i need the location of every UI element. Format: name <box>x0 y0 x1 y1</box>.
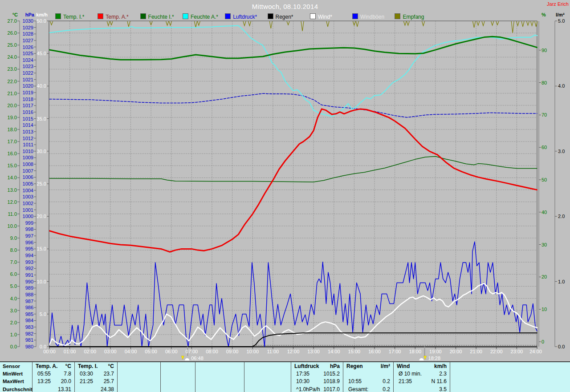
y-tick-label-hpa: 1028 <box>17 32 33 36</box>
table-cell-time: 10:55 <box>348 378 362 385</box>
y-tick-label-kmh: 45.0 <box>30 51 46 56</box>
x-tick-label: 03:00 <box>102 349 119 354</box>
y-tick-label-hpa: 993 <box>17 260 33 265</box>
y-tick-label-tempC: 10.0 <box>1 224 17 229</box>
y-tick-label-pct: 60 <box>542 145 559 150</box>
table-row-label: MinWert <box>0 370 32 378</box>
table-row <box>244 386 291 392</box>
y-tick-label-pct: 30 <box>542 242 559 247</box>
table-header-row: LuftdruckhPa <box>291 363 343 370</box>
empfang-tick-icon <box>526 21 529 25</box>
x-tick-label: 18:00 <box>406 349 424 354</box>
table-cell-time: Ø 10 min. <box>399 370 422 378</box>
y-tick-label-tempC: 7.0 <box>1 260 17 265</box>
y-tick-label-hpa: 1014 <box>17 123 33 128</box>
y-tick-label-kmh: 15.0 <box>30 247 46 251</box>
y-tick-label-kmh: 5.0 <box>30 312 46 317</box>
y-tick-label-pct: 50 <box>542 178 559 182</box>
y-tick-label-hpa: 1001 <box>17 208 33 213</box>
table-row <box>161 386 195 392</box>
table-row: 03:3023.7 <box>75 370 117 378</box>
x-tick-label: 07:00 <box>183 349 200 354</box>
table-col-name: Wind <box>397 363 410 370</box>
table-column-empty-9 <box>450 362 570 392</box>
y-tick-label-hpa: 1006 <box>17 175 33 180</box>
table-row <box>244 378 291 385</box>
table-cell-time: 10:30 <box>296 378 309 385</box>
table-row: 13.31 <box>33 386 74 392</box>
y-tick-label-hpa: 1017 <box>17 103 33 108</box>
x-tick-label: 20:00 <box>447 349 465 354</box>
y-tick-label-tempC: 13.0 <box>1 188 17 193</box>
table-row-label-text: MaxWert <box>3 378 24 385</box>
y-tick-label-tempC: 8.0 <box>1 248 17 253</box>
x-tick-label: 05:00 <box>142 349 160 354</box>
table-col-unit: °C <box>65 363 71 370</box>
table-row: ^1.0hPa/h1017.0 <box>291 386 343 392</box>
x-tick-label: 22:00 <box>488 349 505 354</box>
table-row: 17:351015.2 <box>291 370 343 378</box>
table-cell-value: 0.2 <box>383 386 390 392</box>
y-tick-label-hpa: 982 <box>17 331 33 336</box>
table-row <box>343 370 393 378</box>
x-tick-label: 14:00 <box>325 349 343 354</box>
table-cell-value: 0.2 <box>383 378 390 385</box>
y-tick-label-tempC: 16.0 <box>1 151 17 156</box>
y-tick-label-tempC: 24.0 <box>1 55 17 60</box>
empfang-tick-icon <box>491 21 494 25</box>
x-tick-label: 21:00 <box>467 349 485 354</box>
y-tick-label-tempC: 15.0 <box>1 163 17 168</box>
empfang-tick-icon <box>127 21 130 27</box>
x-tick-label: 17:00 <box>386 349 404 354</box>
table-cell-time: 03:30 <box>80 370 93 378</box>
empfang-tick-icon <box>511 21 514 33</box>
y-tick-label-hpa: 1022 <box>17 71 33 76</box>
y-tick-label-tempC: 19.0 <box>1 115 17 120</box>
table-cell-time: ^1.0hPa/h <box>296 386 320 392</box>
table-column-empty-3 <box>160 362 195 392</box>
empfang-tick-icon <box>477 21 480 25</box>
y-tick-label-lm2: 0.0 <box>558 344 570 349</box>
y-tick-label-hpa: 996 <box>17 240 33 245</box>
x-tick-label: 00:00 <box>41 349 58 354</box>
y-tick-label-tempC: 20.0 <box>1 103 17 108</box>
y-tick-label-kmh: 35.0 <box>30 117 46 121</box>
table-col-name: Luftdruck <box>294 363 319 370</box>
empfang-tick-icon <box>197 21 200 25</box>
table-row: 21:35N 11.6 <box>394 378 450 385</box>
table-cell-value: 1018.9 <box>323 378 340 385</box>
table-cell-time: 05:55 <box>37 370 51 378</box>
table-row <box>450 386 570 392</box>
table-row <box>244 370 291 378</box>
table-cell-value: 24.38 <box>101 386 114 392</box>
y-tick-label-hpa: 1007 <box>17 169 33 174</box>
table-cell-value: 23.7 <box>104 370 114 378</box>
table-col-unit: l/m² <box>381 363 390 370</box>
empfang-tick-icon <box>326 21 329 27</box>
y-tick-label-hpa: 1016 <box>17 110 33 115</box>
y-tick-label-tempC: 12.0 <box>1 200 17 205</box>
y-tick-label-kmh: 40.0 <box>30 84 46 89</box>
table-header-row <box>118 363 160 370</box>
y-tick-label-tempC: 9.0 <box>1 236 17 241</box>
y-tick-label-hpa: 997 <box>17 234 33 238</box>
x-tick-label: 01:00 <box>61 349 79 354</box>
table-row <box>161 378 195 385</box>
table-cell-time: 13:25 <box>37 378 51 385</box>
y-tick-label-hpa: 1004 <box>17 188 33 193</box>
empfang-tick-icon <box>248 21 251 26</box>
x-tick-label: 08:00 <box>203 349 221 354</box>
table-cell-value: 20.0 <box>61 378 71 385</box>
y-tick-label-tempC: 14.0 <box>1 175 17 180</box>
table-row <box>161 370 195 378</box>
table-column-wind: Windkm/hØ 10 min.2.321:35N 11.63.5 <box>393 362 450 392</box>
y-tick-label-hpa: 994 <box>17 253 33 258</box>
y-tick-label-hpa: 1003 <box>17 194 33 199</box>
x-tick-label: 10:00 <box>244 349 261 354</box>
sunrise-sun-icon <box>185 358 189 360</box>
x-tick-label: 19:00 <box>427 349 444 354</box>
y-tick-label-pct: 90 <box>542 48 559 53</box>
sunset-sun-icon <box>419 358 424 360</box>
empfang-tick-icon <box>287 21 289 25</box>
table-cell-value: 13.31 <box>58 386 71 392</box>
